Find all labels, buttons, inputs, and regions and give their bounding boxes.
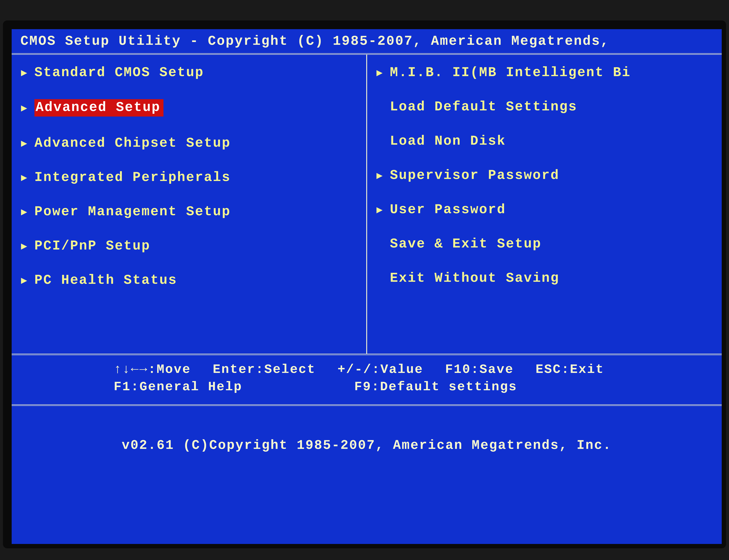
help-exit: ESC:Exit [536, 361, 604, 378]
menu-item[interactable]: ▶PCI/PnP Setup [20, 238, 361, 254]
menu-item-label: M.I.B. II(MB Intelligent Bi [390, 65, 631, 80]
menu-item-label: Load Default Settings [390, 99, 577, 114]
triangle-icon: ▶ [20, 274, 29, 287]
menu-item[interactable]: ▶Advanced Setup [20, 99, 361, 117]
menu-item-label: Advanced Setup [34, 99, 164, 117]
footer-text: v02.61 (C)Copyright 1985-2007, American … [122, 438, 612, 453]
menu-column-right: ▶M.I.B. II(MB Intelligent Bi▶Load Defaul… [367, 55, 722, 354]
help-general: F1:General Help [114, 378, 333, 396]
triangle-icon: ▶ [376, 66, 384, 79]
menu-item-label: Supervisor Password [390, 168, 559, 183]
menu-item-label: Load Non Disk [390, 133, 506, 149]
menu-item[interactable]: ▶M.I.B. II(MB Intelligent Bi [376, 65, 716, 80]
menu-item-label: Exit Without Saving [390, 271, 559, 286]
help-move: ↑↓←→:Move [114, 361, 191, 378]
title-bar: CMOS Setup Utility - Copyright (C) 1985-… [12, 29, 722, 53]
triangle-icon: ▶ [20, 66, 29, 79]
menu-item-label: PCI/PnP Setup [34, 238, 151, 254]
menu-item[interactable]: ▶Save & Exit Setup [376, 236, 716, 252]
menu-item-label: PC Health Status [34, 273, 177, 288]
footer-copyright: v02.61 (C)Copyright 1985-2007, American … [12, 406, 722, 459]
bios-screen: CMOS Setup Utility - Copyright (C) 1985-… [12, 29, 722, 544]
title-text: CMOS Setup Utility - Copyright (C) 1985-… [20, 34, 609, 49]
triangle-icon: ▶ [376, 169, 384, 182]
menu-item-label: Advanced Chipset Setup [34, 135, 231, 151]
menu-item[interactable]: ▶Advanced Chipset Setup [20, 135, 361, 151]
menu-item[interactable]: ▶Load Non Disk [376, 133, 716, 149]
help-value: +/-/:Value [338, 361, 423, 378]
menu-item-label: Standard CMOS Setup [34, 65, 204, 80]
triangle-icon: ▶ [20, 205, 29, 218]
menu-item-label: Power Management Setup [34, 204, 231, 219]
triangle-icon: ▶ [376, 203, 384, 216]
triangle-icon: ▶ [20, 137, 29, 149]
menu-item[interactable]: ▶Power Management Setup [20, 204, 361, 219]
menu-item[interactable]: ▶User Password [376, 202, 716, 217]
menu-item-label: Integrated Peripherals [34, 170, 231, 185]
menu-item-label: Save & Exit Setup [390, 236, 542, 252]
menu-item-label: User Password [390, 202, 506, 217]
menu-item[interactable]: ▶Standard CMOS Setup [20, 65, 361, 80]
menu-column-left: ▶Standard CMOS Setup▶Advanced Setup▶Adva… [12, 55, 367, 354]
key-help-bar: ↑↓←→:Move Enter:Select +/-/:Value F10:Sa… [12, 355, 722, 406]
menu-item[interactable]: ▶PC Health Status [20, 273, 361, 288]
main-menu-box: ▶Standard CMOS Setup▶Advanced Setup▶Adva… [12, 53, 722, 355]
menu-item[interactable]: ▶Integrated Peripherals [20, 170, 361, 185]
monitor-bezel: CMOS Setup Utility - Copyright (C) 1985-… [3, 20, 726, 548]
triangle-icon: ▶ [20, 102, 29, 114]
help-default: F9:Default settings [354, 378, 517, 396]
help-save: F10:Save [445, 361, 514, 378]
menu-item[interactable]: ▶Load Default Settings [376, 99, 716, 114]
help-select: Enter:Select [213, 361, 316, 378]
menu-item[interactable]: ▶Exit Without Saving [376, 271, 716, 286]
triangle-icon: ▶ [20, 240, 29, 252]
menu-item[interactable]: ▶Supervisor Password [376, 168, 716, 183]
triangle-icon: ▶ [20, 171, 29, 184]
